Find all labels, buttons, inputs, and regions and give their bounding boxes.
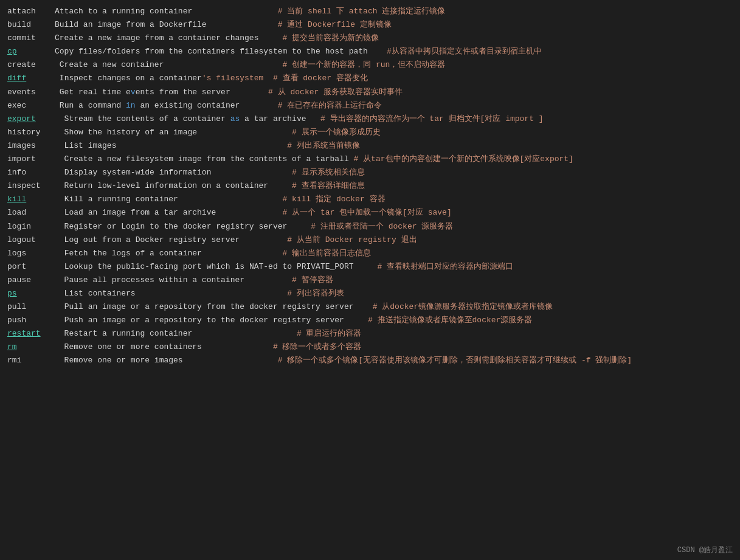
line-logout: logout Log out from a Docker registry se… xyxy=(7,233,733,247)
cmd-images: images xyxy=(7,139,36,153)
line-logs: logs Fetch the logs of a container # 输出当… xyxy=(7,247,733,260)
line-push: push Push an image or a repository to th… xyxy=(7,314,733,327)
line-kill: kill Kill a running container # kill 指定 … xyxy=(7,193,733,206)
line-exec: exec Run a command in an existing contai… xyxy=(7,99,733,112)
line-rm: rm Remove one or more containers # 移除一个或… xyxy=(7,340,733,354)
line-export: export Stream the contents of a containe… xyxy=(7,112,733,126)
line-history: history Show the history of an image # 展… xyxy=(7,126,733,139)
cmd-info: info xyxy=(7,166,26,179)
line-build: build Build an image from a Dockerfile #… xyxy=(7,18,733,32)
line-create: create Create a new container # 创建一个新的容器… xyxy=(7,58,733,72)
line-commit: commit Create a new image from a contain… xyxy=(7,32,733,45)
line-restart: restart Restart a running container # 重启… xyxy=(7,327,733,340)
cmd-port: port xyxy=(7,260,26,274)
cmd-events: events xyxy=(7,86,36,99)
cmd-exec: exec xyxy=(7,99,26,112)
cmd-build: build xyxy=(7,18,31,32)
line-import: import Create a new filesystem image fro… xyxy=(7,153,733,166)
cmd-restart[interactable]: restart xyxy=(7,327,41,340)
line-login: login Register or Login to the docker re… xyxy=(7,220,733,233)
line-attach: attach Attach to a running container # 当… xyxy=(7,5,733,18)
line-rmi: rmi Remove one or more images # 移除一个或多个镜… xyxy=(7,354,733,367)
cmd-create: create xyxy=(7,58,36,72)
line-images: images List images # 列出系统当前镜像 xyxy=(7,139,733,153)
cmd-commit: commit xyxy=(7,32,36,45)
cmd-kill[interactable]: kill xyxy=(7,193,26,206)
cmd-inspect: inspect xyxy=(7,179,41,193)
line-pull: pull Pull an image or a repository from … xyxy=(7,300,733,314)
line-info: info Display system-wide information # 显… xyxy=(7,166,733,179)
cmd-rmi: rmi xyxy=(7,354,21,367)
line-load: load Load an image from a tar archive # … xyxy=(7,206,733,220)
cmd-history: history xyxy=(7,126,41,139)
cmd-cp[interactable]: cp xyxy=(7,45,17,58)
line-events: events Get real time events from the ser… xyxy=(7,86,733,99)
cmd-ps[interactable]: ps xyxy=(7,287,17,300)
line-cp: cp Copy files/folders from the container… xyxy=(7,45,733,58)
cmd-push: push xyxy=(7,314,26,327)
line-diff: diff Inspect changes on a container's fi… xyxy=(7,72,733,85)
cmd-attach: attach xyxy=(7,5,36,18)
line-ps: ps List containers # 列出容器列表 xyxy=(7,287,733,300)
cmd-logout: logout xyxy=(7,233,36,247)
cmd-load: load xyxy=(7,206,26,220)
cmd-export[interactable]: export xyxy=(7,112,36,126)
cmd-pull: pull xyxy=(7,300,26,314)
cmd-logs: logs xyxy=(7,247,26,260)
cmd-rm[interactable]: rm xyxy=(7,340,17,354)
cmd-login: login xyxy=(7,220,31,233)
cmd-import: import xyxy=(7,153,36,166)
main-content: attach Attach to a running container # 当… xyxy=(0,0,740,373)
line-port: port Lookup the public-facing port which… xyxy=(7,260,733,274)
cmd-pause: pause xyxy=(7,274,31,287)
line-inspect: inspect Return low-level information on … xyxy=(7,179,733,193)
cmd-diff[interactable]: diff xyxy=(7,72,26,85)
watermark: CSDN @皓月盈江 xyxy=(677,545,733,555)
line-pause: pause Pause all processes within a conta… xyxy=(7,274,733,287)
